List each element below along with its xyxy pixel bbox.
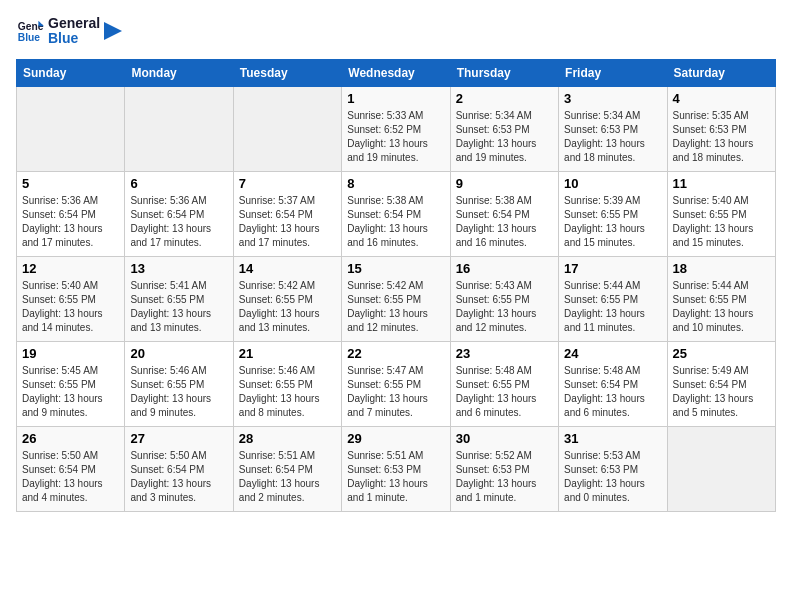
day-number: 2 [456, 91, 553, 106]
calendar-cell: 17Sunrise: 5:44 AM Sunset: 6:55 PM Dayli… [559, 256, 667, 341]
logo-icon: General Blue [16, 17, 44, 45]
day-info: Sunrise: 5:38 AM Sunset: 6:54 PM Dayligh… [456, 194, 553, 250]
day-info: Sunrise: 5:46 AM Sunset: 6:55 PM Dayligh… [239, 364, 336, 420]
day-number: 21 [239, 346, 336, 361]
day-number: 26 [22, 431, 119, 446]
logo-arrow-icon [104, 22, 122, 40]
logo-text-blue: Blue [48, 31, 100, 46]
day-number: 24 [564, 346, 661, 361]
day-info: Sunrise: 5:40 AM Sunset: 6:55 PM Dayligh… [22, 279, 119, 335]
calendar-table: SundayMondayTuesdayWednesdayThursdayFrid… [16, 59, 776, 512]
day-info: Sunrise: 5:37 AM Sunset: 6:54 PM Dayligh… [239, 194, 336, 250]
day-number: 3 [564, 91, 661, 106]
day-number: 12 [22, 261, 119, 276]
calendar-cell: 9Sunrise: 5:38 AM Sunset: 6:54 PM Daylig… [450, 171, 558, 256]
day-info: Sunrise: 5:51 AM Sunset: 6:54 PM Dayligh… [239, 449, 336, 505]
day-number: 20 [130, 346, 227, 361]
calendar-cell: 21Sunrise: 5:46 AM Sunset: 6:55 PM Dayli… [233, 341, 341, 426]
day-number: 10 [564, 176, 661, 191]
day-number: 14 [239, 261, 336, 276]
day-number: 30 [456, 431, 553, 446]
day-info: Sunrise: 5:34 AM Sunset: 6:53 PM Dayligh… [564, 109, 661, 165]
calendar-cell: 12Sunrise: 5:40 AM Sunset: 6:55 PM Dayli… [17, 256, 125, 341]
day-number: 1 [347, 91, 444, 106]
calendar-cell: 11Sunrise: 5:40 AM Sunset: 6:55 PM Dayli… [667, 171, 775, 256]
calendar-cell [667, 426, 775, 511]
weekday-header-tuesday: Tuesday [233, 59, 341, 86]
page-header: General Blue General Blue [16, 16, 776, 47]
day-number: 11 [673, 176, 770, 191]
day-number: 4 [673, 91, 770, 106]
day-number: 19 [22, 346, 119, 361]
calendar-cell: 18Sunrise: 5:44 AM Sunset: 6:55 PM Dayli… [667, 256, 775, 341]
calendar-cell: 6Sunrise: 5:36 AM Sunset: 6:54 PM Daylig… [125, 171, 233, 256]
calendar-cell: 14Sunrise: 5:42 AM Sunset: 6:55 PM Dayli… [233, 256, 341, 341]
day-info: Sunrise: 5:47 AM Sunset: 6:55 PM Dayligh… [347, 364, 444, 420]
calendar-cell [125, 86, 233, 171]
calendar-cell: 2Sunrise: 5:34 AM Sunset: 6:53 PM Daylig… [450, 86, 558, 171]
calendar-cell: 31Sunrise: 5:53 AM Sunset: 6:53 PM Dayli… [559, 426, 667, 511]
weekday-header-saturday: Saturday [667, 59, 775, 86]
day-info: Sunrise: 5:36 AM Sunset: 6:54 PM Dayligh… [22, 194, 119, 250]
day-info: Sunrise: 5:51 AM Sunset: 6:53 PM Dayligh… [347, 449, 444, 505]
day-number: 22 [347, 346, 444, 361]
calendar-week-row: 26Sunrise: 5:50 AM Sunset: 6:54 PM Dayli… [17, 426, 776, 511]
calendar-cell: 5Sunrise: 5:36 AM Sunset: 6:54 PM Daylig… [17, 171, 125, 256]
day-number: 23 [456, 346, 553, 361]
calendar-cell: 24Sunrise: 5:48 AM Sunset: 6:54 PM Dayli… [559, 341, 667, 426]
calendar-cell: 8Sunrise: 5:38 AM Sunset: 6:54 PM Daylig… [342, 171, 450, 256]
logo: General Blue General Blue [16, 16, 122, 47]
day-info: Sunrise: 5:49 AM Sunset: 6:54 PM Dayligh… [673, 364, 770, 420]
calendar-week-row: 5Sunrise: 5:36 AM Sunset: 6:54 PM Daylig… [17, 171, 776, 256]
day-info: Sunrise: 5:46 AM Sunset: 6:55 PM Dayligh… [130, 364, 227, 420]
calendar-cell: 29Sunrise: 5:51 AM Sunset: 6:53 PM Dayli… [342, 426, 450, 511]
weekday-header-thursday: Thursday [450, 59, 558, 86]
day-number: 6 [130, 176, 227, 191]
day-number: 27 [130, 431, 227, 446]
calendar-cell: 23Sunrise: 5:48 AM Sunset: 6:55 PM Dayli… [450, 341, 558, 426]
calendar-week-row: 1Sunrise: 5:33 AM Sunset: 6:52 PM Daylig… [17, 86, 776, 171]
calendar-cell: 28Sunrise: 5:51 AM Sunset: 6:54 PM Dayli… [233, 426, 341, 511]
day-number: 17 [564, 261, 661, 276]
day-info: Sunrise: 5:43 AM Sunset: 6:55 PM Dayligh… [456, 279, 553, 335]
calendar-cell: 10Sunrise: 5:39 AM Sunset: 6:55 PM Dayli… [559, 171, 667, 256]
day-number: 15 [347, 261, 444, 276]
calendar-cell: 20Sunrise: 5:46 AM Sunset: 6:55 PM Dayli… [125, 341, 233, 426]
day-info: Sunrise: 5:48 AM Sunset: 6:55 PM Dayligh… [456, 364, 553, 420]
calendar-cell: 22Sunrise: 5:47 AM Sunset: 6:55 PM Dayli… [342, 341, 450, 426]
calendar-cell: 13Sunrise: 5:41 AM Sunset: 6:55 PM Dayli… [125, 256, 233, 341]
day-number: 25 [673, 346, 770, 361]
calendar-cell: 16Sunrise: 5:43 AM Sunset: 6:55 PM Dayli… [450, 256, 558, 341]
calendar-week-row: 12Sunrise: 5:40 AM Sunset: 6:55 PM Dayli… [17, 256, 776, 341]
weekday-header-wednesday: Wednesday [342, 59, 450, 86]
logo-text-general: General [48, 16, 100, 31]
calendar-cell: 27Sunrise: 5:50 AM Sunset: 6:54 PM Dayli… [125, 426, 233, 511]
day-number: 8 [347, 176, 444, 191]
calendar-cell: 19Sunrise: 5:45 AM Sunset: 6:55 PM Dayli… [17, 341, 125, 426]
day-info: Sunrise: 5:36 AM Sunset: 6:54 PM Dayligh… [130, 194, 227, 250]
calendar-cell [17, 86, 125, 171]
day-info: Sunrise: 5:50 AM Sunset: 6:54 PM Dayligh… [130, 449, 227, 505]
weekday-header-monday: Monday [125, 59, 233, 86]
calendar-cell: 3Sunrise: 5:34 AM Sunset: 6:53 PM Daylig… [559, 86, 667, 171]
day-info: Sunrise: 5:44 AM Sunset: 6:55 PM Dayligh… [564, 279, 661, 335]
day-info: Sunrise: 5:42 AM Sunset: 6:55 PM Dayligh… [239, 279, 336, 335]
day-info: Sunrise: 5:38 AM Sunset: 6:54 PM Dayligh… [347, 194, 444, 250]
day-number: 28 [239, 431, 336, 446]
weekday-header-friday: Friday [559, 59, 667, 86]
svg-text:Blue: Blue [18, 33, 41, 44]
day-number: 5 [22, 176, 119, 191]
day-info: Sunrise: 5:34 AM Sunset: 6:53 PM Dayligh… [456, 109, 553, 165]
calendar-cell: 26Sunrise: 5:50 AM Sunset: 6:54 PM Dayli… [17, 426, 125, 511]
calendar-cell: 1Sunrise: 5:33 AM Sunset: 6:52 PM Daylig… [342, 86, 450, 171]
calendar-week-row: 19Sunrise: 5:45 AM Sunset: 6:55 PM Dayli… [17, 341, 776, 426]
calendar-header: SundayMondayTuesdayWednesdayThursdayFrid… [17, 59, 776, 86]
day-info: Sunrise: 5:33 AM Sunset: 6:52 PM Dayligh… [347, 109, 444, 165]
day-number: 18 [673, 261, 770, 276]
day-number: 31 [564, 431, 661, 446]
day-info: Sunrise: 5:41 AM Sunset: 6:55 PM Dayligh… [130, 279, 227, 335]
calendar-cell: 25Sunrise: 5:49 AM Sunset: 6:54 PM Dayli… [667, 341, 775, 426]
day-number: 9 [456, 176, 553, 191]
day-number: 29 [347, 431, 444, 446]
weekday-header-sunday: Sunday [17, 59, 125, 86]
